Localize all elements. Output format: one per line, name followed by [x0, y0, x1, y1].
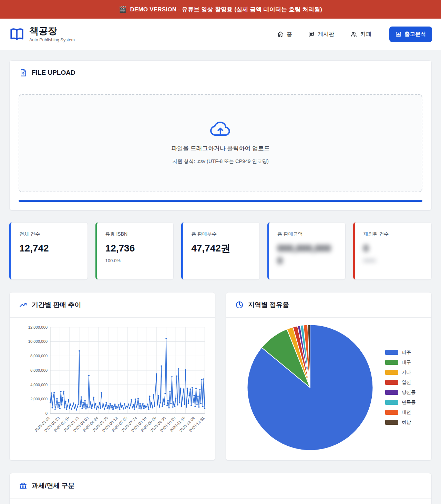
legend-label: 기타	[402, 369, 411, 376]
pie-area	[235, 322, 385, 453]
legend-item[interactable]: 일산	[385, 379, 424, 385]
demo-banner-text: DEMO VERSION - 유튜브 영상 촬영용 (실제 금액 데이터는 흐림…	[130, 6, 322, 13]
tax-note: ISBN 첫 자리 기준: 8=과세, 9=면세	[10, 498, 431, 504]
nav-label-home: 홈	[287, 31, 292, 38]
tax-card: 과세/면세 구분 ISBN 첫 자리 기준: 8=과세, 9=면세	[9, 473, 432, 504]
legend-item[interactable]: 파주	[385, 349, 424, 356]
stat-value: 12,742	[19, 242, 79, 255]
stat-value-masked: 000,000,000 0	[277, 242, 337, 267]
legend-label: 대전	[402, 409, 411, 415]
legend-item[interactable]: 기타	[385, 369, 424, 376]
bar-chart-icon	[396, 31, 401, 37]
pie-chart-icon	[235, 301, 244, 309]
charts-row: 기간별 판매 추이 02,000,0004,000,0006,000,0008,…	[9, 292, 432, 461]
file-upload-icon	[19, 69, 27, 77]
legend-label: 당산동	[402, 389, 416, 395]
tax-header: 과세/면세 구분	[10, 473, 431, 498]
open-book-icon	[9, 27, 25, 42]
legend-swatch	[385, 360, 398, 365]
nav-item-cafe[interactable]: 카페	[350, 31, 371, 38]
legend-swatch	[385, 420, 398, 425]
legend-item[interactable]: 대구	[385, 359, 424, 366]
cta-label: 출고분석	[404, 31, 426, 38]
legend-swatch	[385, 390, 398, 395]
nav-item-board[interactable]: 게시판	[308, 31, 334, 38]
clapperboard-icon: 🎬	[119, 6, 127, 13]
stat-card-excluded-count: 제외된 건수 0 00000	[353, 222, 432, 280]
legend-swatch	[385, 380, 398, 385]
stat-value: 47,742권	[191, 242, 251, 255]
dropzone-main-text: 파일을 드래그하거나 클릭하여 업로드	[26, 144, 415, 152]
stat-card-total-amount: 총 판매금액 000,000,000 0	[267, 222, 346, 280]
sales-trend-card: 기간별 판매 추이 02,000,0004,000,0006,000,0008,…	[9, 292, 215, 461]
upload-body: 파일을 드래그하거나 클릭하여 업로드 지원 형식: .csv (UTF-8 또…	[10, 85, 431, 210]
legend-swatch	[385, 400, 398, 405]
app-subtitle: Auto Publishing System	[29, 38, 75, 42]
upload-progress-bar	[19, 200, 422, 202]
legend-label: 면목동	[402, 399, 416, 405]
svg-text:2,000,000: 2,000,000	[30, 397, 48, 401]
legend-swatch	[385, 410, 398, 415]
region-share-card: 지역별 점유율 파주대구기타일산당산동면목동대전하남	[226, 292, 432, 461]
legend-swatch	[385, 370, 398, 375]
svg-text:6,000,000: 6,000,000	[30, 368, 48, 372]
stat-sub: 100.0%	[105, 258, 165, 263]
stat-label: 제외된 건수	[363, 231, 423, 237]
line-chart: 02,000,0004,000,0006,000,0008,000,00010,…	[16, 323, 209, 441]
region-share-header: 지역별 점유율	[226, 292, 431, 318]
legend-label: 파주	[402, 349, 411, 356]
logo[interactable]: 책공장 Auto Publishing System	[9, 26, 75, 42]
svg-text:8,000,000: 8,000,000	[30, 354, 48, 358]
sales-trend-title: 기간별 판매 추이	[32, 300, 81, 309]
stat-value: 12,736	[105, 242, 165, 255]
stat-label: 전체 건수	[19, 231, 79, 237]
stat-card-total-count: 전체 건수 12,742	[9, 222, 88, 280]
legend-item[interactable]: 하남	[385, 419, 424, 425]
legend-item[interactable]: 면목동	[385, 399, 424, 405]
app-title: 책공장	[29, 26, 75, 37]
cloud-upload-icon	[209, 120, 232, 137]
pie-legend: 파주대구기타일산당산동면목동대전하남	[385, 349, 426, 425]
file-upload-card: FILE UPLOAD 파일을 드래그하거나 클릭하여 업로드 지원 형식: .…	[9, 60, 432, 210]
pie-chart-area: 파주대구기타일산당산동면목동대전하남	[226, 318, 431, 460]
svg-text:0: 0	[45, 411, 48, 415]
trending-up-icon	[19, 301, 27, 309]
people-icon	[350, 31, 357, 38]
nav-label-board: 게시판	[318, 31, 334, 38]
nav-label-cafe: 카페	[360, 31, 371, 38]
main-nav: 홈 게시판 카페 출고분석	[277, 27, 432, 42]
legend-item[interactable]: 당산동	[385, 389, 424, 395]
legend-label: 일산	[402, 379, 411, 385]
home-icon	[277, 31, 284, 38]
legend-label: 대구	[402, 359, 411, 366]
demo-banner: 🎬 DEMO VERSION - 유튜브 영상 촬영용 (실제 금액 데이터는 …	[0, 0, 441, 19]
dropzone-sub-text: 지원 형식: .csv (UTF-8 또는 CP949 인코딩)	[26, 158, 415, 165]
shipment-analysis-button[interactable]: 출고분석	[389, 27, 432, 42]
svg-text:10,000,000: 10,000,000	[28, 339, 48, 343]
stat-label: 총 판매부수	[191, 231, 251, 237]
region-share-title: 지역별 점유율	[248, 300, 289, 309]
legend-label: 하남	[402, 419, 411, 425]
file-dropzone[interactable]: 파일을 드래그하거나 클릭하여 업로드 지원 형식: .csv (UTF-8 또…	[19, 94, 422, 192]
stat-card-valid-isbn: 유효 ISBN 12,736 100.0%	[95, 222, 174, 280]
chat-bubble-icon	[308, 31, 315, 38]
bank-icon	[19, 482, 27, 490]
line-chart-area: 02,000,0004,000,0006,000,0008,000,00010,…	[10, 318, 215, 447]
nav-item-home[interactable]: 홈	[277, 31, 292, 38]
pie-chart	[245, 322, 375, 453]
legend-swatch	[385, 350, 398, 355]
stat-label: 총 판매금액	[277, 231, 337, 237]
stat-card-total-copies: 총 판매부수 47,742권	[181, 222, 260, 280]
stats-row: 전체 건수 12,742 유효 ISBN 12,736 100.0% 총 판매부…	[9, 222, 432, 280]
legend-item[interactable]: 대전	[385, 409, 424, 415]
svg-text:4,000,000: 4,000,000	[30, 383, 48, 387]
svg-text:12,000,000: 12,000,000	[28, 325, 48, 329]
stat-label: 유효 ISBN	[105, 231, 165, 237]
tax-title: 과세/면세 구분	[32, 481, 75, 490]
sales-trend-header: 기간별 판매 추이	[10, 292, 215, 318]
main-content: FILE UPLOAD 파일을 드래그하거나 클릭하여 업로드 지원 형식: .…	[0, 50, 441, 504]
file-upload-title: FILE UPLOAD	[32, 69, 75, 76]
stat-value-masked: 0	[363, 242, 423, 255]
file-upload-header: FILE UPLOAD	[10, 61, 431, 85]
app-header: 책공장 Auto Publishing System 홈 게시판 카페	[0, 19, 441, 50]
